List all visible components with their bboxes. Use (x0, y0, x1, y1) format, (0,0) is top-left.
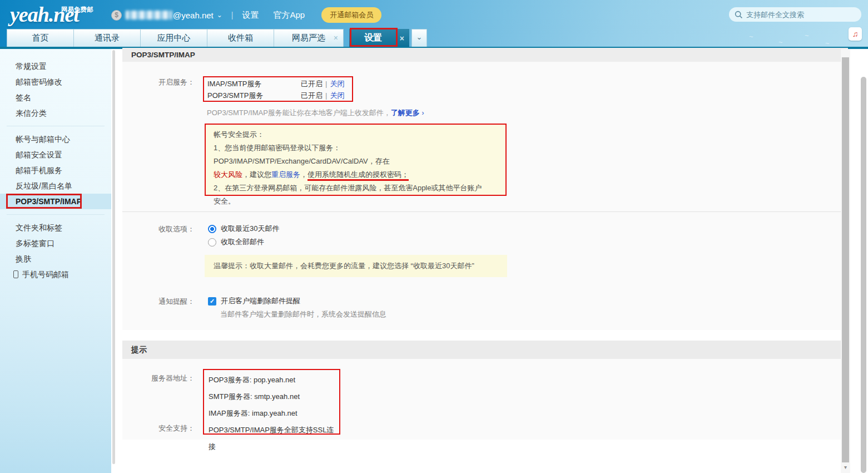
bird-decoration: ~ (749, 32, 753, 41)
search-icon (735, 11, 743, 19)
sidebar-item-label: 签名 (16, 93, 31, 102)
sidebar-item-label: 手机号码邮箱 (22, 270, 69, 279)
sidebar-item-folders-labels[interactable]: 文件夹和标签 (0, 220, 111, 235)
header: yeah.net 网易免费邮 $ @yeah.net ⌄ | 设置 官方App … (0, 0, 868, 47)
sidebar-item-general-settings[interactable]: 常规设置 (0, 58, 111, 74)
warning-text: ， (300, 170, 307, 179)
tab-home[interactable]: 首页 (7, 29, 74, 47)
sidebar-item-pop3-smtp-imap[interactable]: POP3/SMTP/IMAP (0, 194, 111, 209)
warning-text: ，建议您 (242, 170, 271, 179)
sidebar-item-password-change[interactable]: 邮箱密码修改 (0, 74, 111, 90)
header-settings-link[interactable]: 设置 (242, 10, 259, 21)
sidebar-item-label: 换肤 (16, 254, 31, 263)
tab-overflow-chevron-icon[interactable]: ⌄ (411, 29, 427, 47)
checkbox-label: 开启客户端删除邮件提醒 (221, 296, 300, 306)
chevron-down-icon[interactable]: ⌄ (217, 11, 222, 19)
radio-selected-icon[interactable] (208, 225, 216, 233)
tab-inbox[interactable]: 收件箱 (207, 29, 274, 47)
risk-text: 较大风险 (214, 170, 242, 179)
restart-service-link[interactable]: 重启服务 (271, 170, 300, 179)
bird-decoration: ~ (825, 39, 830, 47)
tips-section-title: 提示 (122, 341, 848, 359)
radio-label: 收取全部邮件 (221, 237, 264, 247)
learn-more-arrow-icon: › (421, 109, 424, 117)
account-menu[interactable]: $ @yeah.net ⌄ | 设置 官方App 开通邮箱会员 (111, 8, 381, 22)
server-address-label: 服务器地址： (122, 373, 195, 383)
radio-unselected-icon[interactable] (208, 238, 216, 247)
service-status: 已开启 (301, 78, 323, 90)
radio-option-last-30-days[interactable]: 收取最近30天邮件 (208, 224, 279, 234)
sidebar-item-multitab-window[interactable]: 多标签窗口 (0, 235, 111, 251)
sidebar-scrollbar-thumb[interactable] (112, 50, 115, 464)
close-icon[interactable]: × (400, 29, 404, 47)
sidebar-item-label: 文件夹和标签 (16, 223, 62, 232)
tab-label: 首页 (32, 33, 49, 42)
bird-decoration: ~ (778, 38, 783, 46)
sidebar-item-label: 帐号与邮箱中心 (16, 135, 70, 144)
sidebar-item-label: 常规设置 (16, 62, 47, 71)
sidebar-item-incoming-classify[interactable]: 来信分类 (0, 105, 111, 121)
radio-option-all-mail[interactable]: 收取全部邮件 (208, 237, 264, 247)
imap-server-address: IMAP服务器: imap.yeah.net (209, 405, 339, 422)
smtp-server-address: SMTP服务器: smtp.yeah.net (209, 388, 339, 405)
mail-search-box[interactable] (729, 7, 861, 22)
close-service-link[interactable]: 关闭 (330, 78, 344, 90)
services-label: 开启服务： (122, 77, 195, 87)
sidebar-item-account-center[interactable]: 帐号与邮箱中心 (0, 131, 111, 147)
tab-label: 通讯录 (95, 33, 120, 42)
content-scrollbar-thumb[interactable] (842, 57, 849, 462)
sidebar-item-antispam[interactable]: 反垃圾/黑白名单 (0, 178, 111, 194)
close-icon[interactable]: × (334, 29, 338, 46)
delete-reminder-checkbox-row[interactable]: ✓ 开启客户端删除邮件提醒 (208, 296, 300, 306)
server-address-box: POP3服务器: pop.yeah.net SMTP服务器: smtp.yeah… (203, 369, 340, 435)
warning-line4: 安全。 (214, 195, 498, 208)
tab-yanxuan[interactable]: 网易严选 × (274, 29, 344, 47)
sidebar-item-label: 来信分类 (16, 109, 47, 117)
service-row-pop3-smtp: POP3/SMTP服务 已开启 | 关闭 (207, 90, 349, 101)
ssl-support-label: 安全支持： (122, 423, 195, 433)
learn-more-link[interactable]: 了解更多 (391, 109, 420, 117)
blurred-username (126, 11, 172, 19)
pop3-settings-section: POP3/SMTP/IMAP 开启服务： IMAP/SMTP服务 已开启 | 关… (122, 48, 848, 330)
phone-icon (13, 270, 18, 278)
service-name: IMAP/SMTP服务 (207, 78, 301, 90)
tab-label: 收件箱 (228, 33, 253, 42)
divider: | (325, 78, 327, 90)
tips-section: 提示 服务器地址： POP3服务器: pop.yeah.net SMTP服务器:… (122, 341, 848, 440)
service-name: POP3/SMTP服务 (207, 90, 301, 101)
close-service-link[interactable]: 关闭 (330, 90, 344, 101)
divider: | (231, 11, 234, 19)
tab-contacts[interactable]: 通讯录 (73, 29, 141, 47)
settings-sidebar: 常规设置 邮箱密码修改 签名 来信分类 帐号与邮箱中心 邮箱安全设置 邮箱手机服… (0, 49, 111, 473)
sidebar-item-skin[interactable]: 换肤 (0, 251, 111, 267)
sidebar-item-label: 邮箱密码修改 (16, 77, 62, 86)
security-warning-box: 帐号安全提示： 1、您当前使用邮箱密码登录以下服务：POP3/IMAP/SMTP… (205, 124, 507, 196)
sidebar-item-signature[interactable]: 签名 (0, 90, 111, 105)
sidebar-divider (7, 126, 105, 126)
sidebar-item-mobile-service[interactable]: 邮箱手机服务 (0, 162, 111, 178)
sidebar-item-label: POP3/SMTP/IMAP (16, 197, 82, 206)
scroll-down-arrow-icon[interactable]: ▾ (841, 464, 850, 470)
fetch-options-label: 收取选项： (122, 224, 195, 234)
tab-label: 设置 (364, 33, 382, 42)
tab-app-center[interactable]: 应用中心 (140, 29, 207, 47)
checkbox-checked-icon[interactable]: ✓ (208, 297, 216, 306)
window-scrollbar-thumb[interactable] (861, 77, 866, 473)
notification-label: 通知提醒： (122, 297, 195, 307)
warning-title: 帐号安全提示： (214, 128, 498, 141)
sidebar-item-security-settings[interactable]: 邮箱安全设置 (0, 147, 111, 162)
yeah-mail-settings-page: yeah.net 网易免费邮 $ @yeah.net ⌄ | 设置 官方App … (0, 0, 868, 473)
sidebar-item-phone-number-mail[interactable]: 手机号码邮箱 (0, 267, 111, 282)
official-app-link[interactable]: 官方App (273, 10, 305, 21)
search-input[interactable] (746, 11, 846, 19)
sidebar-item-label: 多标签窗口 (16, 239, 54, 248)
music-icon[interactable]: ♫ (849, 27, 862, 41)
tab-settings-active[interactable]: 设置 × (349, 29, 409, 47)
section-divider (122, 211, 848, 212)
radio-label: 收取最近30天邮件 (221, 224, 279, 234)
annotation-underlined-text: 使用系统随机生成的授权密码； (307, 170, 409, 181)
sidebar-item-label: 邮箱安全设置 (16, 150, 62, 159)
divider: | (325, 90, 327, 101)
service-toggle-list: IMAP/SMTP服务 已开启 | 关闭 POP3/SMTP服务 已开启 | 关… (203, 76, 353, 103)
open-mail-vip-button[interactable]: 开通邮箱会员 (321, 7, 381, 23)
